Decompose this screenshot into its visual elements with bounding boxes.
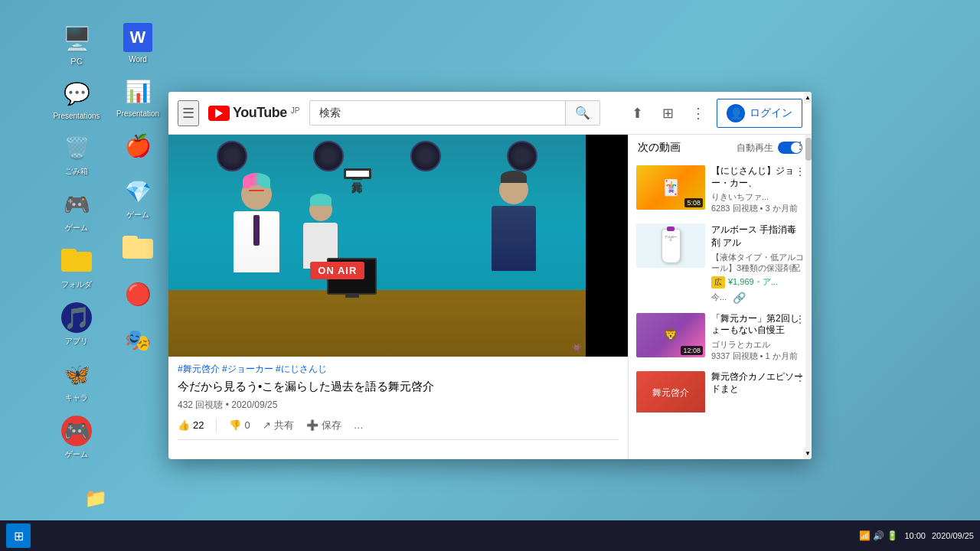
upload-button[interactable]: ⬆ [625,101,649,126]
youtube-logo[interactable]: YouTube JP [208,105,300,121]
thumbs-down-icon: 👎 [229,419,241,431]
desktop-icon-chat[interactable]: 💬 Presentations [50,78,103,120]
save-button[interactable]: ➕ 保存 [306,419,341,432]
video-player[interactable]: 舞元一 ON AIR [168,135,586,357]
ad-badge: 広 [711,276,725,289]
sidebar-thumb-1: 🃏 5:08 [636,165,705,210]
like-divider [216,418,217,433]
desktop-icon-red-circle[interactable]: 🔴 [111,279,165,312]
content-area: 舞元一 ON AIR [168,135,812,459]
video-container: 舞元一 ON AIR [168,135,628,357]
desktop-icon-folder1[interactable]: 🎮 ゲーム [50,189,103,233]
sidebar-scrollbar[interactable] [805,135,812,459]
desktop: 🖥️ PC 💬 Presentations 🗑️ ごみ箱 🎮 ゲーム フォルダ … [0,0,980,551]
scrollbar-thumb [805,138,812,161]
sidebar-video-menu-1[interactable]: ⋮ [795,165,805,178]
sidebar-video-info-3: 「舞元カー」第2回しょーもない自慢王 ゴリラとカエル 9337 回視聴 • 1 … [711,313,804,362]
sidebar: 次の動画 自動再生 🃏 5:08 [628,135,812,459]
ad-menu[interactable]: ⋮ [795,139,805,152]
autoplay-toggle: 自動再生 [737,142,802,155]
ad-desc-1: 【液体タイプ・低アルコール】3種類の保湿剤配 [711,252,804,274]
thumbs-up-icon: 👍 [178,419,190,431]
desktop-icon-pc[interactable]: 🖥️ PC [50,23,103,66]
ad-see-more[interactable]: 今... [711,292,727,303]
desktop-icon-game[interactable]: 🎮 ゲーム [50,416,103,460]
next-video-label: 次の動画 [638,141,681,155]
video-meta: 432 回視聴 • 2020/09/25 [178,399,619,412]
signin-button[interactable]: 👤 ログイン [717,99,802,128]
sidebar-video-title-1: 【にじさんじ】ジョー・カー、 [711,165,804,189]
search-input[interactable] [310,103,565,124]
sidebar-video-1[interactable]: 🃏 5:08 【にじさんじ】ジョー・カー、 りきいちファ... 6283 回視聴… [629,161,812,219]
taskbar-icons: 📶 🔊 🔋 [859,530,899,541]
search-bar: 🔍 [309,100,600,126]
desktop-icon-folder2[interactable] [111,233,165,266]
scroll-arrow-down[interactable]: ▼ [804,448,812,459]
kanji-sign: 舞元一 [344,168,371,179]
share-button[interactable]: ↗ 共有 [263,419,294,432]
taskbar-date: 2020/09/25 [932,531,974,540]
ad-price-1: 広 ¥1,969・ア... [711,276,804,289]
taskbar-right: 📶 🔊 🔋 10:00 2020/09/25 [859,530,974,541]
search-button[interactable]: 🔍 [565,101,599,125]
sidebar-video-menu-4[interactable]: ⋮ [795,371,805,383]
desktop-icon-char2[interactable]: 🎭 [111,324,165,358]
on-air-sign: ON AIR [310,262,364,279]
sidebar-video-channel-3: ゴリラとカエル [711,339,804,350]
sidebar-video-views-3: 9337 回視聴 • 1 か月前 [711,350,804,362]
like-button[interactable]: 👍 22 [178,419,204,431]
taskbar: ⊞ 📶 🔊 🔋 10:00 2020/09/25 [0,520,980,551]
video-scene: 舞元一 ON AIR [168,135,586,357]
menu-button[interactable]: ☰ [178,100,199,126]
sidebar-video-info-1: 【にじさんじ】ジョー・カー、 りきいちファ... 6283 回視聴 • 3 か月… [711,165,804,214]
youtube-logo-icon [208,106,230,121]
autoplay-label: 自動再生 [737,142,773,155]
desktop-icon-app1[interactable]: 🎵 アプリ [50,302,103,347]
sidebar-thumb-4: 舞元啓介 [636,371,705,412]
desktop-icons-col1: 🖥️ PC 💬 Presentations 🗑️ ごみ箱 🎮 ゲーム フォルダ … [50,23,103,460]
character-left [218,179,295,302]
sidebar-video-title-3: 「舞元カー」第2回しょーもない自慢王 [711,313,804,337]
character-right [475,175,552,302]
desktop-folder-bottom[interactable]: 📁 [84,487,107,509]
save-icon: ➕ [306,419,318,431]
more-actions-button[interactable]: … [354,419,364,431]
desktop-icon-word[interactable]: W Word [111,23,165,64]
share-icon: ↗ [263,419,271,431]
sidebar-video-3[interactable]: 🦁 12:08 「舞元カー」第2回しょーもない自慢王 ゴリラとカエル 9337 … [629,308,812,367]
desktop-icon-fruit[interactable]: 🍎 [111,130,165,164]
youtube-header: ☰ YouTube JP 🔍 ⬆ ⊞ ⋮ 👤 ログイン [168,92,812,135]
main-video-area: 舞元一 ON AIR [168,135,628,459]
dislike-button[interactable]: 👎 0 [229,419,250,431]
desktop-icon-folder3[interactable]: フォルダ [50,246,103,290]
desktop-icons-col2: W Word 📊 Presentation 🍎 💎 ゲーム 🔴 🎭 [111,23,165,358]
signin-icon: 👤 [727,104,745,122]
sidebar-video-channel-1: りきいちファ... [711,191,804,203]
sidebar-video-4[interactable]: 舞元啓介 舞元啓介カノエピソードまと ⋮ [629,367,812,412]
youtube-logo-jp: JP [291,106,300,115]
video-title: 今だから見るう•こを漏らした過去を語る舞元啓介 [178,379,619,394]
ad-title-1: アルボース 手指消毒剤 アル [711,223,804,249]
ad-actions-1: 今... 🔗 [711,292,804,304]
ad-external-link[interactable]: 🔗 [733,292,746,304]
sidebar-thumb-3: 🦁 12:08 [636,313,705,357]
desktop-icon-char1[interactable]: 🦋 キャラ [50,359,103,403]
sidebar-ad-1: アルボース アルボース 手指消毒剤 アル 【液体タイプ・低アルコール】3種類の保… [629,219,812,308]
scroll-arrow-up[interactable]: ▲ [804,92,812,103]
video-badge: 👾 [572,344,581,352]
taskbar-time: 10:00 [904,531,926,540]
browser-window: ▲ ▼ ☰ YouTube JP 🔍 ⬆ ⊞ ⋮ 👤 ログイン [168,92,812,459]
desktop-icon-gem[interactable]: 💎 ゲーム [111,176,165,220]
desktop-icon-recycle[interactable]: 🗑️ ごみ箱 [50,132,103,177]
more-button[interactable]: ⋮ [686,101,710,126]
apps-button[interactable]: ⊞ [655,101,680,126]
sidebar-video-views-1: 6283 回視聴 • 3 か月前 [711,203,804,214]
sidebar-video-info-4: 舞元啓介カノエピソードまと [711,371,804,408]
sidebar-video-title-4: 舞元啓介カノエピソードまと [711,371,804,395]
desktop-icon-presentation[interactable]: 📊 Presentation [111,76,165,118]
start-button[interactable]: ⊞ [6,523,31,548]
header-right: ⬆ ⊞ ⋮ 👤 ログイン [625,99,802,128]
video-tags: #舞元啓介 #ジョーカー #にじさんじ [178,363,619,376]
sidebar-video-menu-3[interactable]: ⋮ [795,313,805,325]
sidebar-header: 次の動画 自動再生 [629,135,812,161]
